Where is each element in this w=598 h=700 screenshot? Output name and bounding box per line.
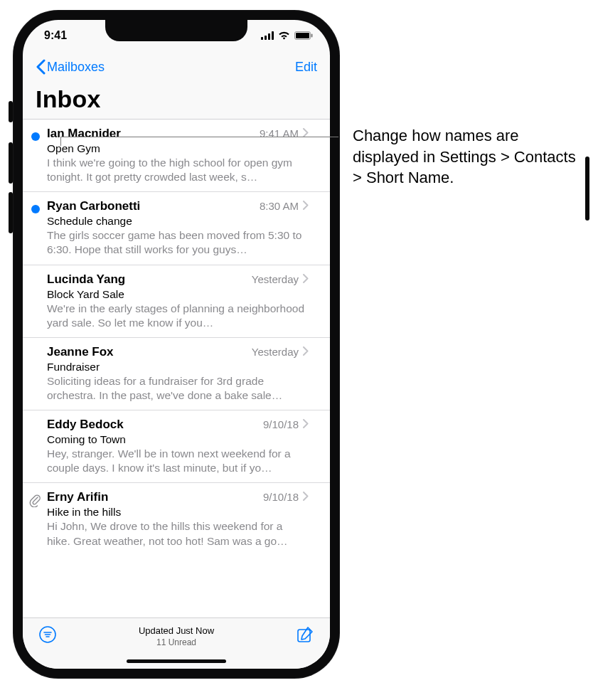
- mail-sender: Ryan Carbonetti: [47, 199, 260, 213]
- chevron-right-icon: [303, 418, 309, 430]
- svg-rect-6: [311, 34, 313, 38]
- mail-timestamp: 9/10/18: [263, 491, 299, 503]
- callout-text: Change how names are displayed in Settin…: [353, 125, 587, 189]
- svg-rect-1: [265, 36, 267, 40]
- mail-sender: Ian Macnider: [47, 127, 260, 141]
- mail-row-meta: 9/10/18: [263, 418, 309, 430]
- toolbar-status: Updated Just Now 11 Unread: [139, 625, 214, 648]
- mail-timestamp: 9:41 AM: [260, 127, 299, 139]
- battery-icon: [294, 31, 313, 40]
- mail-sender: Jeanne Fox: [47, 345, 252, 359]
- back-button[interactable]: Mailboxes: [36, 59, 105, 75]
- mail-row[interactable]: Ian Macnider9:41 AMOpen GymI think we're…: [23, 120, 330, 192]
- mail-subject: Open Gym: [47, 142, 309, 155]
- mail-row-top: Lucinda YangYesterday: [47, 272, 309, 287]
- mail-row[interactable]: Erny Arifin9/10/18Hike in the hillsHi Jo…: [23, 483, 330, 555]
- mail-row[interactable]: Ryan Carbonetti8:30 AMSchedule changeThe…: [23, 192, 330, 265]
- mail-timestamp: 8:30 AM: [260, 200, 299, 212]
- toolbar-status-line1: Updated Just Now: [139, 625, 214, 637]
- mail-row-top: Jeanne FoxYesterday: [47, 345, 309, 359]
- mail-row[interactable]: Jeanne FoxYesterdayFundraiserSoliciting …: [23, 338, 330, 410]
- chevron-right-icon: [303, 491, 309, 503]
- chevron-right-icon: [303, 127, 309, 139]
- mail-row[interactable]: Eddy Bedock9/10/18Coming to TownHey, str…: [23, 410, 330, 483]
- mail-row-meta: 9/10/18: [263, 491, 309, 503]
- mail-subject: Schedule change: [47, 215, 309, 228]
- mail-sender: Erny Arifin: [47, 490, 263, 504]
- mail-row-top: Ian Macnider9:41 AM: [47, 127, 309, 141]
- mail-row-meta: Yesterday: [252, 346, 309, 358]
- toolbar-status-line2: 11 Unread: [139, 637, 214, 649]
- notch: [105, 20, 247, 41]
- back-label: Mailboxes: [47, 60, 105, 75]
- wifi-icon: [278, 31, 290, 40]
- nav-bar: Mailboxes Edit: [23, 51, 330, 83]
- chevron-right-icon: [303, 273, 309, 285]
- mail-preview: I think we're going to the high school f…: [47, 156, 309, 184]
- svg-rect-5: [296, 33, 309, 38]
- screen: 9:41 Mailboxes Edit Inbox Ian Macnider9:…: [23, 20, 330, 669]
- mail-subject: Hike in the hills: [47, 506, 309, 519]
- phone-frame: 9:41 Mailboxes Edit Inbox Ian Macnider9:…: [13, 10, 340, 679]
- svg-rect-0: [261, 37, 263, 40]
- mail-preview: The girls soccer game has been moved fro…: [47, 228, 309, 257]
- mail-sender: Lucinda Yang: [47, 272, 252, 287]
- mail-sender: Eddy Bedock: [47, 418, 263, 432]
- chevron-left-icon: [36, 59, 46, 75]
- mail-row-top: Eddy Bedock9/10/18: [47, 418, 309, 432]
- filter-icon: [38, 625, 57, 644]
- mail-preview: Soliciting ideas for a fundraiser for 3r…: [47, 374, 309, 403]
- mail-list[interactable]: Ian Macnider9:41 AMOpen GymI think we're…: [23, 119, 330, 617]
- compose-icon: [296, 625, 314, 644]
- status-time: 9:41: [44, 29, 87, 42]
- callout-pointer: [60, 137, 61, 146]
- chevron-right-icon: [303, 346, 309, 358]
- unread-dot-icon: [31, 132, 40, 141]
- mail-timestamp: Yesterday: [252, 346, 299, 358]
- unread-dot-icon: [31, 205, 40, 213]
- mail-timestamp: 9/10/18: [263, 418, 299, 430]
- mail-row-meta: 9:41 AM: [260, 127, 309, 139]
- mail-timestamp: Yesterday: [252, 273, 299, 285]
- mail-subject: Fundraiser: [47, 361, 309, 373]
- home-indicator[interactable]: [127, 659, 226, 663]
- edit-button[interactable]: Edit: [295, 60, 317, 75]
- mail-subject: Block Yard Sale: [47, 288, 309, 301]
- svg-rect-3: [272, 31, 274, 40]
- mail-row-meta: Yesterday: [252, 273, 309, 285]
- cellular-icon: [261, 31, 274, 40]
- mail-row[interactable]: Lucinda YangYesterdayBlock Yard SaleWe'r…: [23, 265, 330, 338]
- mail-preview: Hi John, We drove to the hills this week…: [47, 519, 309, 548]
- attachment-icon: [28, 493, 41, 510]
- mail-row-top: Erny Arifin9/10/18: [47, 490, 309, 504]
- mail-preview: Hey, stranger. We'll be in town next wee…: [47, 447, 309, 475]
- page-title: Inbox: [36, 85, 317, 113]
- chevron-right-icon: [303, 200, 309, 212]
- filter-button[interactable]: [38, 625, 57, 647]
- status-icons: [261, 31, 313, 40]
- mail-row-meta: 8:30 AM: [260, 200, 309, 212]
- svg-rect-2: [268, 33, 270, 40]
- mail-subject: Coming to Town: [47, 433, 309, 446]
- compose-button[interactable]: [296, 625, 314, 647]
- mail-row-top: Ryan Carbonetti8:30 AM: [47, 199, 309, 213]
- title-bar: Inbox: [23, 83, 330, 119]
- mail-preview: We're in the early stages of planning a …: [47, 302, 309, 330]
- callout-pointer: [60, 137, 338, 137]
